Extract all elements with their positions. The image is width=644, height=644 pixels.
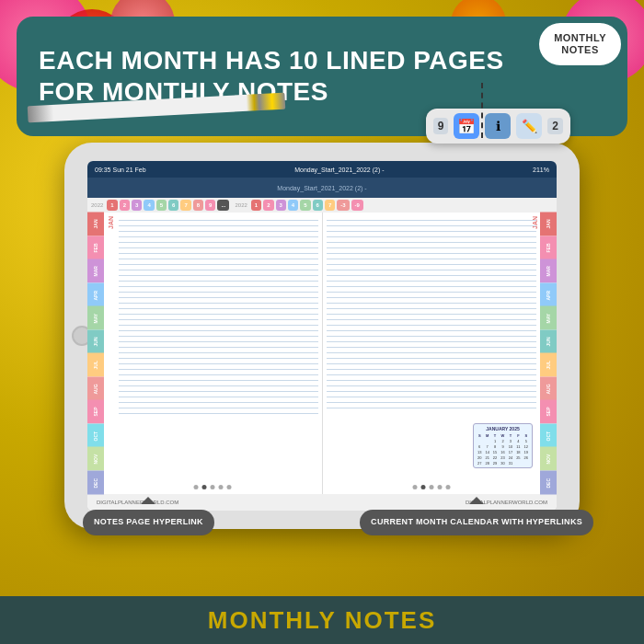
tab-feb[interactable]: 2 [120, 200, 130, 211]
right-side-tab-aug[interactable]: AUG [540, 377, 557, 401]
tab-extra[interactable]: ... [217, 200, 229, 211]
tab-apr-r2[interactable]: 4 [288, 200, 298, 211]
tab-jul-r2[interactable]: 7 [325, 200, 335, 211]
line [119, 247, 318, 248]
right-side-tab-sep[interactable]: SEP [540, 400, 557, 424]
line [119, 363, 318, 364]
tab-jun[interactable]: 6 [168, 200, 178, 211]
monthly-notes-badge-text: MONTHLYNOTES [554, 32, 606, 56]
dot-active [202, 485, 207, 489]
dot [429, 485, 433, 489]
mini-calendar: JANUARY 2025 S M T W T F S 1 2 3 [473, 423, 533, 468]
right-side-tab-may[interactable]: MAY [540, 306, 557, 330]
dot [445, 485, 450, 489]
line [119, 319, 318, 320]
tab-jan[interactable]: 1 [107, 200, 117, 211]
side-tab-jun[interactable]: JUN [87, 330, 104, 354]
pen-icon[interactable]: ✏️ [516, 113, 542, 139]
side-tab-jul[interactable]: JUL [87, 353, 104, 377]
side-tab-may[interactable]: MAY [87, 306, 104, 330]
tab-may-r2[interactable]: 5 [300, 200, 310, 211]
right-side-tab-mar[interactable]: MAR [540, 259, 557, 283]
ipad-screen: 09:35 Sun 21 Feb Monday_Start_2021_2022 … [87, 161, 557, 511]
toolbar-num-left: 9 [433, 118, 449, 134]
right-side-tab-jul[interactable]: JUL [540, 353, 557, 377]
line [119, 336, 318, 337]
line [327, 369, 537, 370]
line [119, 281, 318, 282]
line [327, 281, 537, 282]
tab-jul[interactable]: 7 [180, 200, 190, 211]
ipad-toolbar: Monday_Start_2021_2022 (2) - [87, 178, 557, 198]
tab-feb-r2[interactable]: 2 [263, 200, 273, 211]
notes-hyperlink-callout: NOTES PAGE HYPERLINK [83, 510, 214, 535]
right-side-tab-apr[interactable]: APR [540, 283, 557, 307]
line [327, 236, 537, 237]
tab-aug[interactable]: 8 [193, 200, 203, 211]
side-tab-aug[interactable]: AUG [87, 377, 104, 401]
side-tab-oct[interactable]: OCT [87, 424, 104, 448]
statusbar-right: 211% [533, 167, 549, 173]
right-side-tab-feb[interactable]: FEB [540, 236, 557, 260]
side-tab-jan[interactable]: JAN [87, 213, 104, 236]
tab-apr[interactable]: 4 [144, 200, 154, 211]
right-side-tab-jun[interactable]: JUN [540, 330, 557, 354]
line [327, 319, 537, 320]
cal-cell: 26 [523, 454, 530, 460]
line [327, 391, 537, 392]
cal-cell: 29 [491, 460, 499, 466]
line [327, 374, 537, 375]
tab-sep[interactable]: 9 [205, 200, 215, 211]
right-side-tab-oct[interactable]: OCT [540, 424, 557, 448]
line [327, 292, 537, 293]
cal-cell: 25 [514, 454, 522, 460]
calendar-callout-text: CURRENT MONTH CALENDAR WITH HYPERLINKS [371, 517, 582, 526]
side-tab-nov[interactable]: NOV [87, 447, 104, 471]
calendar-icon[interactable]: 📅 [454, 113, 479, 139]
dot-active [420, 485, 425, 489]
tab-jan-r2[interactable]: 1 [251, 200, 261, 211]
header-line1: EACH MONTH HAS 10 LINED PAGES [39, 46, 504, 75]
line [327, 225, 537, 226]
side-tab-apr[interactable]: APR [87, 283, 104, 307]
tab-sep-r2[interactable]: -9 [351, 200, 363, 211]
line [119, 236, 318, 237]
side-tab-dec[interactable]: DEC [87, 471, 104, 495]
right-lined-page: JAN [323, 213, 541, 494]
tab-may[interactable]: 5 [156, 200, 167, 211]
left-side-tabs: JAN FEB MAR APR MAY JUN JUL AUG SEP OCT … [87, 213, 104, 494]
tab-mar-r2[interactable]: 3 [276, 200, 286, 211]
line [119, 242, 318, 243]
tab-jun-r2[interactable]: 6 [313, 200, 323, 211]
cal-cell: 31 [507, 460, 514, 466]
side-tab-sep[interactable]: SEP [87, 400, 104, 424]
tab-aug-r2[interactable]: -3 [337, 200, 349, 211]
line [327, 247, 537, 248]
line [327, 253, 537, 254]
line [119, 325, 318, 326]
right-side-tab-nov[interactable]: NOV [540, 447, 557, 471]
line [119, 220, 318, 221]
line [119, 286, 318, 287]
line [327, 325, 537, 326]
side-tab-feb[interactable]: FEB [87, 236, 104, 260]
side-tab-mar[interactable]: MAR [87, 259, 104, 283]
line [327, 358, 537, 359]
line [327, 380, 537, 381]
line [327, 314, 537, 315]
line [327, 270, 537, 270]
cal-cell: 30 [499, 460, 506, 466]
right-side-tab-jan[interactable]: JAN [540, 213, 557, 236]
line [119, 297, 318, 298]
website-left: DIGITALPLANNERWORLD.COM [97, 500, 178, 505]
dot [412, 485, 417, 489]
line [327, 220, 537, 221]
tab-mar[interactable]: 3 [132, 200, 142, 211]
ipad-statusbar: 09:35 Sun 21 Feb Monday_Start_2021_2022 … [87, 161, 557, 178]
right-side-tab-dec[interactable]: DEC [540, 471, 557, 495]
bottom-banner-text: monthly Notes [208, 606, 436, 635]
line [119, 385, 318, 386]
line [327, 259, 537, 259]
dot [194, 485, 199, 489]
info-icon[interactable]: ℹ [485, 113, 511, 139]
